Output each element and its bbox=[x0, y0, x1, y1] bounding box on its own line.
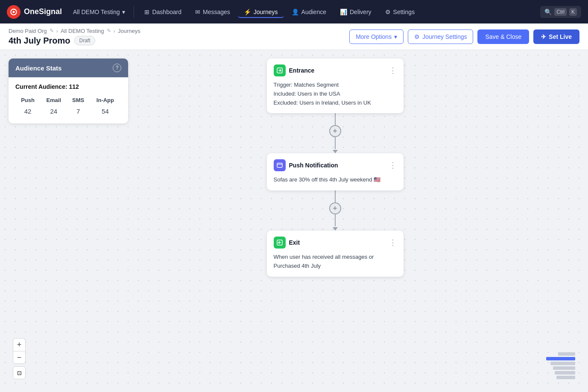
exit-detail: When user has received all messages or P… bbox=[274, 253, 397, 271]
minimap-bar-3 bbox=[550, 362, 575, 365]
val-sms: 7 bbox=[67, 105, 89, 117]
entrance-detail-1: Included: Users in the USA bbox=[274, 90, 397, 99]
search-button[interactable]: 🔍 Ctrl K bbox=[540, 6, 581, 18]
minimap-row-4 bbox=[546, 366, 575, 370]
save-close-label: Save & Close bbox=[485, 33, 521, 40]
connector-line-1b bbox=[335, 137, 336, 149]
zoom-fit-button[interactable]: ⊡ bbox=[13, 366, 26, 379]
svg-rect-3 bbox=[277, 163, 282, 167]
add-node-1-button[interactable]: + bbox=[329, 125, 341, 137]
breadcrumb-app[interactable]: All DEMO Testing bbox=[61, 28, 104, 34]
help-icon[interactable]: ? bbox=[113, 64, 121, 72]
exit-node-header: Exit ⋮ bbox=[274, 237, 397, 249]
logo[interactable]: OneSignal bbox=[7, 5, 62, 19]
nav-item-journeys[interactable]: ⚡ Journeys bbox=[238, 6, 284, 18]
zoom-out-button[interactable]: − bbox=[13, 351, 26, 364]
entrance-detail-2: Excluded: Users in Ireland, Users in UK bbox=[274, 99, 397, 108]
messages-icon: ✉ bbox=[195, 9, 200, 15]
nav-item-settings[interactable]: ⚙ Settings bbox=[379, 6, 421, 18]
app-selector[interactable]: All DEMO Testing ▾ bbox=[69, 6, 129, 18]
more-options-button[interactable]: More Options ▾ bbox=[349, 29, 404, 44]
minimap-bar-5 bbox=[555, 371, 575, 374]
connector-line-2 bbox=[335, 190, 336, 202]
push-menu-icon[interactable]: ⋮ bbox=[389, 161, 397, 170]
journey-canvas: Audience Stats ? Current Audience: 112 P… bbox=[0, 50, 588, 392]
minimap-bar-6 bbox=[556, 376, 575, 379]
send-icon: ✈ bbox=[541, 33, 546, 40]
push-title: Push Notification bbox=[289, 162, 386, 169]
nav-right: 🔍 Ctrl K bbox=[540, 6, 581, 18]
exit-title: Exit bbox=[289, 239, 386, 246]
connector-arrow-1 bbox=[333, 150, 338, 153]
nav-divider-1 bbox=[134, 6, 134, 18]
nav-delivery-label: Delivery bbox=[350, 9, 372, 15]
minimap bbox=[546, 352, 575, 379]
journey-nodes-area: Entrance ⋮ Trigger: Matches Segment Incl… bbox=[267, 59, 404, 277]
edit-app-icon: ✎ bbox=[107, 28, 111, 34]
set-live-button[interactable]: ✈ Set Live bbox=[533, 29, 579, 44]
breadcrumb-journeys: Journeys bbox=[118, 28, 140, 34]
exit-node[interactable]: Exit ⋮ When user has received all messag… bbox=[267, 231, 404, 277]
current-audience: Current Audience: 112 bbox=[15, 83, 121, 90]
minimap-bar-4 bbox=[553, 366, 575, 370]
entrance-detail: Trigger: Matches Segment Included: Users… bbox=[274, 81, 397, 107]
journey-settings-label: Journey Settings bbox=[422, 33, 467, 40]
push-detail: Sofas are 30% off this 4th July weekend … bbox=[274, 176, 397, 184]
current-audience-label: Current Audience: bbox=[15, 83, 67, 90]
top-nav: OneSignal All DEMO Testing ▾ ⊞ Dashboard… bbox=[0, 0, 588, 23]
col-inapp: In-App bbox=[89, 95, 121, 105]
page-title: 4th July Promo bbox=[9, 36, 70, 46]
more-options-label: More Options bbox=[356, 33, 392, 40]
page-title-row: 4th July Promo Draft bbox=[9, 36, 140, 46]
header-actions: More Options ▾ ⚙ Journey Settings Save &… bbox=[349, 29, 579, 44]
push-notification-node[interactable]: Push Notification ⋮ Sofas are 30% off th… bbox=[267, 153, 404, 190]
add-node-2-button[interactable]: + bbox=[329, 202, 341, 214]
save-close-button[interactable]: Save & Close bbox=[477, 29, 529, 44]
audience-stats-body: Current Audience: 112 Push Email SMS In-… bbox=[9, 77, 128, 123]
more-options-chevron: ▾ bbox=[394, 33, 397, 40]
grid-icon: ⊞ bbox=[144, 9, 149, 15]
breadcrumb-org[interactable]: Demo Paid Org bbox=[9, 28, 47, 34]
minimap-row-1 bbox=[546, 352, 575, 356]
nav-item-audience[interactable]: 👤 Audience bbox=[286, 6, 332, 18]
val-push: 42 bbox=[15, 105, 40, 117]
push-detail-0: Sofas are 30% off this 4th July weekend … bbox=[274, 176, 397, 184]
entrance-node-header: Entrance ⋮ bbox=[274, 64, 397, 76]
minimap-row-3 bbox=[546, 362, 575, 365]
nav-item-delivery[interactable]: 📊 Delivery bbox=[334, 6, 377, 18]
subheader: Demo Paid Org ✎ › All DEMO Testing ✎ › J… bbox=[0, 23, 588, 50]
settings-icon: ⚙ bbox=[385, 9, 391, 15]
exit-menu-icon[interactable]: ⋮ bbox=[389, 238, 397, 247]
app-selector-label: All DEMO Testing bbox=[73, 9, 120, 15]
audience-stats-header: Audience Stats ? bbox=[9, 59, 128, 77]
audience-icon: 👤 bbox=[292, 9, 299, 15]
app-selector-chevron: ▾ bbox=[122, 9, 125, 15]
svg-point-1 bbox=[13, 11, 15, 13]
settings-gear-icon: ⚙ bbox=[414, 33, 420, 40]
entrance-menu-icon[interactable]: ⋮ bbox=[389, 66, 397, 75]
zoom-controls: + − ⊡ bbox=[13, 338, 26, 379]
journeys-icon: ⚡ bbox=[244, 9, 251, 15]
entrance-title: Entrance bbox=[289, 67, 386, 74]
nav-journeys-label: Journeys bbox=[254, 9, 278, 15]
zoom-in-button[interactable]: + bbox=[13, 338, 26, 351]
nav-item-messages[interactable]: ✉ Messages bbox=[189, 6, 236, 18]
set-live-label: Set Live bbox=[549, 33, 572, 40]
status-badge: Draft bbox=[74, 36, 95, 45]
delivery-icon: 📊 bbox=[340, 9, 347, 15]
breadcrumb: Demo Paid Org ✎ › All DEMO Testing ✎ › J… bbox=[9, 28, 140, 34]
nav-item-dashboard[interactable]: ⊞ Dashboard bbox=[138, 6, 187, 18]
entrance-node[interactable]: Entrance ⋮ Trigger: Matches Segment Incl… bbox=[267, 59, 404, 113]
minimap-bar-1 bbox=[558, 352, 575, 356]
logo-text: OneSignal bbox=[24, 7, 62, 16]
minimap-row-2 bbox=[546, 357, 575, 360]
current-audience-value: 112 bbox=[69, 83, 79, 90]
journey-settings-button[interactable]: ⚙ Journey Settings bbox=[408, 29, 473, 44]
exit-icon bbox=[274, 237, 286, 249]
minimap-row-5 bbox=[546, 371, 575, 374]
nav-messages-label: Messages bbox=[203, 9, 230, 15]
audience-stats-title: Audience Stats bbox=[15, 64, 61, 72]
connector-line-2b bbox=[335, 214, 336, 226]
search-key: K bbox=[569, 8, 577, 16]
connector-2: + bbox=[329, 190, 341, 231]
